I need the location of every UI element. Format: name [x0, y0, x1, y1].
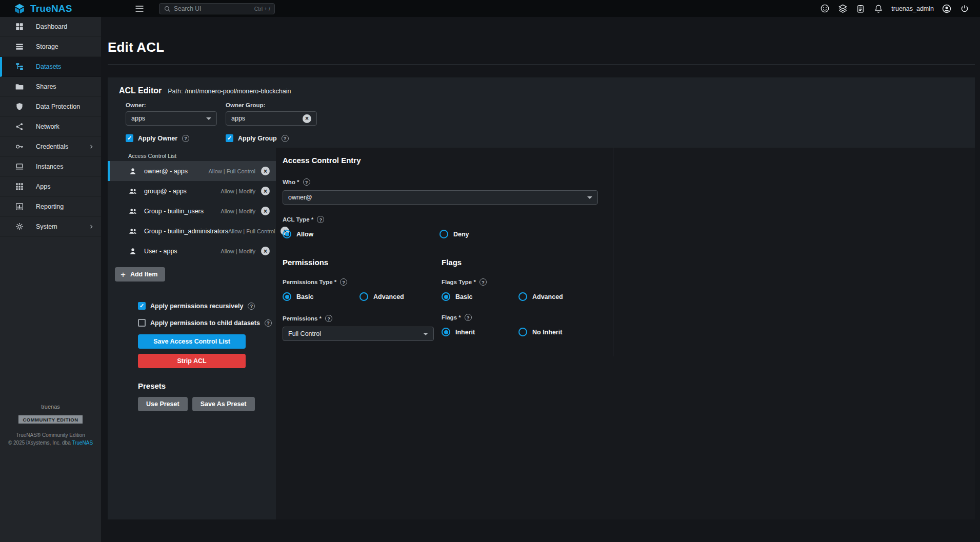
- remove-entry-icon[interactable]: ×: [261, 247, 270, 255]
- sidebar-item-storage[interactable]: Storage: [0, 37, 101, 57]
- flags-label-row: Flags * ?: [442, 314, 601, 321]
- copyright-line: © 2025 iXsystems, Inc. dba TrueNAS: [8, 440, 93, 446]
- sidebar-item-dashboard[interactable]: Dashboard: [0, 17, 101, 37]
- jobs-clipboard-icon[interactable]: [855, 4, 866, 14]
- remove-entry-icon[interactable]: ×: [261, 167, 270, 175]
- datasets-tree-icon: [15, 62, 24, 71]
- help-icon[interactable]: ?: [182, 135, 189, 142]
- flags-inherit-option[interactable]: Inherit: [442, 328, 518, 336]
- feedback-smiley-icon[interactable]: [819, 4, 830, 14]
- flags-no-inherit-label: No Inherit: [532, 329, 562, 336]
- sidebar-nav: Dashboard Storage Datasets Shares Data P…: [0, 17, 101, 237]
- sidebar-item-credentials[interactable]: Credentials: [0, 137, 101, 157]
- truenas-logo[interactable]: TrueNAS: [0, 3, 101, 15]
- search-input[interactable]: [174, 5, 251, 12]
- copyright-text: © 2025 iXsystems, Inc. dba: [8, 440, 72, 446]
- acl-type-radio-group: Allow Deny: [283, 230, 601, 238]
- child-datasets-checkbox[interactable]: [138, 319, 146, 327]
- logged-in-username[interactable]: truenas_admin: [891, 5, 934, 12]
- copyright-brand-link[interactable]: TrueNAS: [72, 440, 93, 446]
- flags-type-basic-label: Basic: [455, 293, 472, 300]
- sidebar-item-instances[interactable]: Instances: [0, 157, 101, 177]
- shares-folder-icon: [15, 82, 24, 91]
- apply-owner-checkbox[interactable]: ✓: [126, 134, 133, 142]
- owner-group-input[interactable]: apps ×: [226, 111, 317, 126]
- menu-toggle-icon[interactable]: [134, 3, 145, 14]
- use-preset-button[interactable]: Use Preset: [138, 397, 188, 411]
- owner-select[interactable]: apps: [126, 111, 217, 126]
- recursive-checkbox[interactable]: ✓: [138, 302, 146, 310]
- strip-acl-button[interactable]: Strip ACL: [138, 354, 246, 368]
- help-icon[interactable]: ?: [282, 135, 289, 142]
- acl-entry-row[interactable]: owner@ - apps Allow | Full Control ×: [108, 161, 276, 181]
- help-icon[interactable]: ?: [265, 319, 272, 327]
- help-icon[interactable]: ?: [465, 314, 472, 321]
- alerts-bell-icon[interactable]: [873, 4, 884, 14]
- save-acl-button[interactable]: Save Access Control List: [138, 334, 246, 349]
- acl-entry-row[interactable]: group@ - apps Allow | Modify ×: [108, 181, 276, 201]
- power-icon[interactable]: [959, 4, 970, 14]
- checkin-layers-icon[interactable]: [837, 4, 848, 14]
- edition-badge[interactable]: COMMUNITY EDITION: [18, 415, 82, 424]
- save-as-preset-label: Save As Preset: [201, 400, 247, 408]
- flags-type-basic-option[interactable]: Basic: [442, 292, 518, 301]
- permissions-select[interactable]: Full Control: [283, 327, 434, 341]
- permissions-flags-row: Permissions Permissions Type * ? Basic: [283, 258, 601, 341]
- help-icon[interactable]: ?: [325, 315, 332, 322]
- sidebar-item-shares[interactable]: Shares: [0, 77, 101, 97]
- page-title: Edit ACL: [108, 39, 975, 55]
- acl-type-label: ACL Type *: [283, 216, 313, 223]
- sidebar-item-datasets[interactable]: Datasets: [0, 57, 101, 77]
- sidebar-item-network[interactable]: Network: [0, 117, 101, 137]
- acl-actions: ✓ Apply permissions recursively ? Apply …: [108, 302, 276, 411]
- help-icon[interactable]: ?: [303, 178, 310, 186]
- title-divider: [108, 64, 975, 65]
- help-icon[interactable]: ?: [340, 278, 347, 286]
- sidebar-item-label: System: [36, 223, 57, 230]
- sidebar-item-system[interactable]: System: [0, 217, 101, 237]
- child-datasets-checkbox-row: Apply permissions to child datasets ?: [138, 319, 272, 327]
- help-icon[interactable]: ?: [479, 278, 487, 286]
- check-icon: ✓: [127, 135, 132, 141]
- sidebar-item-data-protection[interactable]: Data Protection: [0, 97, 101, 117]
- permissions-section: Permissions Permissions Type * ? Basic: [283, 258, 442, 341]
- remove-entry-icon[interactable]: ×: [261, 207, 270, 215]
- help-icon[interactable]: ?: [248, 303, 255, 310]
- add-item-label: Add Item: [130, 271, 157, 278]
- apply-group-checkbox[interactable]: ✓: [226, 134, 233, 142]
- remove-entry-icon[interactable]: ×: [261, 187, 270, 195]
- permissions-type-basic-option[interactable]: Basic: [283, 292, 359, 301]
- apply-owner-group: ✓ Apply Owner ?: [126, 134, 217, 142]
- permissions-value: Full Control: [288, 330, 321, 337]
- flags-type-advanced-option[interactable]: Advanced: [518, 292, 563, 301]
- acl-type-deny-option[interactable]: Deny: [439, 230, 469, 238]
- search-icon: [164, 5, 171, 12]
- acl-entry-row[interactable]: Group - builtin_users Allow | Modify ×: [108, 201, 276, 221]
- acl-editor-heading: ACL Editor: [119, 86, 162, 95]
- user-avatar-icon[interactable]: [942, 4, 952, 14]
- permissions-type-advanced-label: Advanced: [373, 293, 404, 300]
- acl-type-allow-option[interactable]: Allow: [283, 230, 439, 238]
- permissions-type-label: Permissions Type *: [283, 279, 336, 285]
- who-select[interactable]: owner@: [283, 190, 598, 205]
- flags-radio-group: Inherit No Inherit: [442, 328, 601, 336]
- acl-entry-perm: Allow | Modify: [221, 208, 255, 214]
- flags-no-inherit-option[interactable]: No Inherit: [518, 328, 562, 336]
- owner-group-value: apps: [231, 115, 245, 122]
- add-item-button[interactable]: + Add Item: [115, 267, 165, 282]
- ace-heading: Access Control Entry: [283, 156, 601, 165]
- permissions-type-advanced-option[interactable]: Advanced: [359, 292, 404, 301]
- acl-entry-row[interactable]: Group - builtin_administrators Allow | F…: [108, 221, 276, 241]
- help-icon[interactable]: ?: [317, 216, 324, 223]
- apply-owner-label: Apply Owner: [138, 135, 177, 142]
- sidebar-item-reporting[interactable]: Reporting: [0, 197, 101, 217]
- acl-entry-row[interactable]: User - apps Allow | Modify ×: [108, 241, 276, 261]
- clear-icon[interactable]: ×: [303, 114, 311, 123]
- chevron-right-icon: [88, 143, 95, 150]
- flags-label: Flags *: [442, 314, 461, 320]
- sidebar-item-apps[interactable]: Apps: [0, 177, 101, 197]
- ace-panel-wrap: Access Control Entry Who * ? owner@ ACL …: [276, 148, 975, 519]
- sidebar-item-label: Storage: [36, 43, 58, 50]
- save-as-preset-button[interactable]: Save As Preset: [192, 397, 255, 411]
- group-icon: [128, 187, 137, 196]
